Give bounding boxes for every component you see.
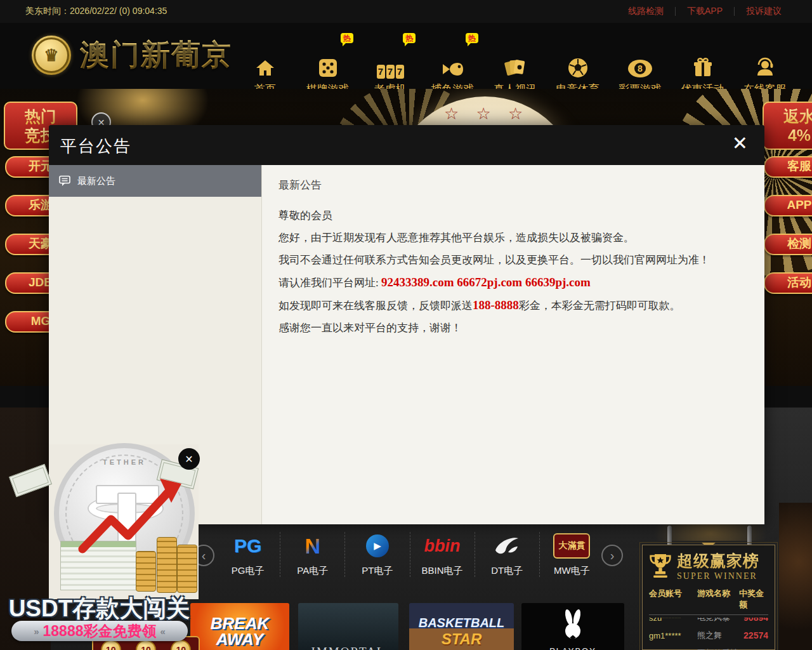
- provider-label: BBIN电子: [422, 565, 463, 577]
- right-banner-title: 返水 4%: [763, 102, 812, 150]
- modal-title: 平台公告: [60, 135, 131, 157]
- game-tile-basketball-star[interactable]: BASKETBALL STAR: [409, 603, 514, 650]
- leaderboard-title: 超级赢家榜: [677, 550, 759, 571]
- site-logo[interactable]: ♛ 澳门新葡京: [32, 36, 232, 75]
- content-paragraph: 感谢您一直以来对平台的支持，谢谢！: [278, 322, 748, 333]
- soccer-icon: [567, 53, 589, 79]
- page: 美东时间：2026/02/22/ (0) 09:04:35 线路检测 下载APP…: [0, 0, 812, 650]
- right-banner-button[interactable]: APP: [764, 195, 812, 216]
- game-tile-playboy[interactable]: PLAYBOY: [521, 603, 624, 650]
- content-paragraph: 您好，由于近期发现有人恶意推荐其他平台娱乐，造成损失以及被骗资金。: [278, 232, 748, 243]
- bonus-post: 彩金，本彩金无需打码即可取款。: [519, 300, 681, 312]
- pg-logo-icon: PG: [234, 532, 261, 560]
- right-banner-button[interactable]: 客服: [764, 156, 812, 178]
- announcement-bubble-icon: [59, 175, 71, 187]
- sidebar-item-label: 最新公告: [77, 175, 115, 187]
- carousel-next-icon[interactable]: ›: [601, 545, 623, 566]
- provider-label: PT电子: [362, 565, 393, 577]
- mw-logo-icon: 大滿貫: [553, 532, 590, 560]
- trophy-icon: [649, 553, 672, 580]
- usdt-promo-popup: ✕ TETHER USDT存款大闯关 » 18888彩金免费领 « 10 10 …: [0, 444, 199, 650]
- game-title: STAR: [442, 630, 482, 648]
- hot-badge: 热: [341, 33, 353, 43]
- deco: «: [160, 626, 165, 637]
- provider-label: MW电子: [554, 565, 590, 577]
- dollar-bill-art: [9, 464, 52, 497]
- provider-pt[interactable]: ▶ PT电子: [344, 532, 409, 577]
- logo-text: 澳门新葡京: [80, 36, 232, 75]
- content-paragraph: 尊敬的会员: [278, 210, 748, 221]
- content-paragraph: 我司不会通过任何联系方式告知会员更改网址，以及更换平台。一切以我们官网网址为准！: [278, 255, 748, 265]
- modal-content: 最新公告 尊敬的会员 您好，由于近期发现有人恶意推荐其他平台娱乐，造成损失以及被…: [262, 165, 764, 524]
- rising-arrow-icon: [76, 470, 190, 559]
- leaderboard-headers: 会员账号 游戏名称 中奖金额: [649, 588, 768, 615]
- eight-ball-icon: 8: [627, 53, 653, 79]
- game-tile-immortal[interactable]: IMMORTAL: [298, 603, 398, 650]
- leaderboard-row: szu****** 电竞风暴 90894: [649, 618, 768, 627]
- right-float-banner: 返水 4% 客服 APP 检测 活动: [760, 102, 812, 311]
- service-icon: [754, 53, 776, 79]
- game-tile-break-away[interactable]: BREAK AWAY: [190, 603, 289, 650]
- promo-close-icon[interactable]: ✕: [178, 448, 200, 470]
- right-banner-button[interactable]: 活动: [764, 272, 812, 294]
- complaint-link[interactable]: 投诉建议: [735, 6, 793, 17]
- leaderboard-subtitle: SUPER WINNER: [677, 571, 759, 581]
- provider-label: PG电子: [232, 565, 265, 577]
- svg-text:8: 8: [638, 63, 643, 74]
- game-title: AWAY: [216, 632, 264, 647]
- leaderboard-rows: szu****** 电竞风暴 90894 gm1***** 熊之舞 22574 …: [649, 618, 768, 650]
- right-banner-button[interactable]: 检测: [764, 234, 812, 255]
- slot-777-icon: 777: [377, 53, 404, 79]
- deco: »: [34, 626, 39, 637]
- pt-logo-icon: ▶: [366, 532, 389, 560]
- provider-carousel: PG PG电子 N PA电子 ▶ PT电子 bbin BBIN电子 DT电子: [216, 532, 604, 577]
- fish-icon: [441, 53, 465, 79]
- bonus-pre: 如发现即可来在线客服反馈，反馈即派送: [278, 300, 473, 312]
- cards-icon: [503, 53, 527, 79]
- game-title: PLAYBOY: [549, 646, 596, 650]
- reel-coin: 10: [101, 640, 121, 650]
- header: ♛ 澳门新葡京 首页 热 棋牌游戏 热: [0, 23, 812, 89]
- gift-icon: [692, 53, 714, 79]
- download-app-link[interactable]: 下载APP: [676, 6, 734, 17]
- sidebar-item-latest-announcements[interactable]: 最新公告: [49, 165, 261, 197]
- banner-stars: ☆ ☆ ☆: [444, 104, 529, 124]
- provider-pa[interactable]: N PA电子: [280, 532, 344, 577]
- urls-prefix: 请认准我们平台网址:: [278, 277, 381, 289]
- provider-dt[interactable]: DT电子: [475, 532, 539, 577]
- game-title: IMMORTAL: [311, 645, 386, 650]
- side-art: [779, 503, 812, 650]
- provider-pg[interactable]: PG PG电子: [216, 532, 280, 577]
- promo-bonus-banner[interactable]: » 18888彩金免费领 «: [11, 621, 188, 641]
- hot-badge: 热: [403, 33, 416, 43]
- topbar-links: 线路检测 下载APP 投诉建议: [617, 6, 793, 17]
- modal-close-icon[interactable]: ✕: [732, 134, 748, 153]
- dice-icon: [317, 53, 339, 79]
- line-check-link[interactable]: 线路检测: [617, 6, 675, 17]
- playboy-bunny-icon: [556, 608, 589, 644]
- leaderboard-row: kqg***** 不朽的爱情 17222: [649, 644, 768, 650]
- provider-label: PA电子: [297, 565, 328, 577]
- bonus-amount: 188-8888: [473, 298, 519, 312]
- provider-mw[interactable]: 大滿貫 MW电子: [539, 532, 604, 577]
- modal-titlebar: 平台公告 ✕: [49, 125, 764, 165]
- topbar: 美东时间：2026/02/22/ (0) 09:04:35 线路检测 下载APP…: [0, 0, 812, 23]
- platform-urls: 92433389.com 66672pj.com 66639pj.com: [381, 275, 591, 289]
- super-winner-panel: 超级赢家榜 SUPER WINNER 会员账号 游戏名称 中奖金额 szu***…: [642, 545, 775, 650]
- leaderboard-row: gm1***** 熊之舞 22574: [649, 627, 768, 644]
- pa-logo-icon: N: [304, 532, 320, 560]
- dt-logo-icon: [494, 532, 520, 560]
- bbin-logo-icon: bbin: [424, 532, 461, 560]
- content-paragraph-bonus: 如发现即可来在线客服反馈，反馈即派送188-8888彩金，本彩金无需打码即可取款…: [278, 300, 748, 311]
- content-paragraph-urls: 请认准我们平台网址: 92433389.com 66672pj.com 6663…: [278, 277, 748, 288]
- reel-coin: 10: [171, 640, 191, 650]
- hot-badge: 热: [466, 33, 478, 43]
- provider-label: DT电子: [491, 565, 523, 577]
- game-title: BASKETBALL: [419, 616, 505, 630]
- content-heading: 最新公告: [278, 178, 748, 192]
- server-time: 美东时间：2026/02/22/ (0) 09:04:35: [25, 6, 167, 17]
- logo-emblem-icon: ♛: [32, 36, 71, 75]
- promo-bonus-text: 18888彩金免费领: [43, 621, 157, 641]
- home-icon: [254, 53, 276, 79]
- provider-bbin[interactable]: bbin BBIN电子: [410, 532, 475, 577]
